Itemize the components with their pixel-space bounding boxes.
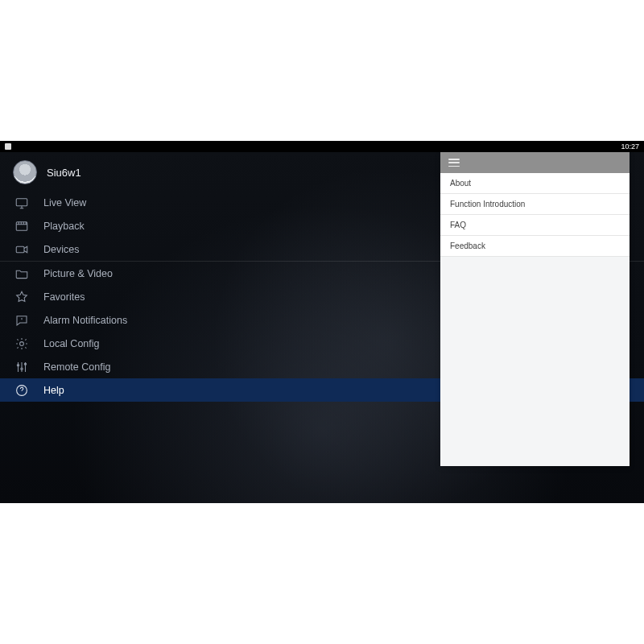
sidebar-item-label: Alarm Notifications: [43, 315, 127, 326]
avatar: [13, 160, 37, 184]
help-panel-header[interactable]: [440, 152, 630, 173]
sidebar-item-label: Picture & Video: [43, 268, 113, 279]
svg-rect-0: [16, 198, 27, 205]
help-item-label: About: [450, 179, 471, 188]
help-panel-empty-area: [440, 257, 630, 466]
sidebar-item-label: Playback: [43, 221, 85, 232]
sidebar-item-label: Help: [43, 385, 64, 396]
svg-rect-2: [16, 246, 24, 253]
film-icon: [14, 219, 29, 233]
sidebar-item-label: Devices: [43, 244, 79, 255]
help-panel-list: About Function Introduction FAQ Feedback: [440, 173, 630, 257]
sidebar-item-label: Local Config: [43, 338, 100, 349]
star-icon: [14, 290, 29, 304]
status-bar: 10:27: [0, 141, 644, 152]
status-time: 10:27: [621, 142, 639, 151]
help-item-label: Function Introduction: [450, 200, 525, 208]
chat-alert-icon: [14, 313, 29, 328]
app-window: 10:27 Siu6w1 Live View Playback: [0, 141, 644, 503]
help-item-feedback[interactable]: Feedback: [440, 236, 630, 257]
sliders-icon: [14, 360, 29, 374]
app-indicator-icon: [5, 143, 11, 150]
sidebar-item-label: Favorites: [43, 291, 85, 303]
camera-icon: [14, 242, 29, 257]
menu-icon: [448, 159, 460, 167]
help-item-faq[interactable]: FAQ: [440, 215, 630, 236]
gear-icon: [14, 336, 29, 351]
help-item-label: Feedback: [450, 242, 485, 250]
help-item-about[interactable]: About: [440, 173, 630, 194]
help-panel: About Function Introduction FAQ Feedback: [440, 152, 630, 466]
svg-point-3: [20, 341, 24, 345]
sidebar-item-label: Live View: [43, 197, 86, 208]
help-item-label: FAQ: [450, 221, 466, 229]
monitor-icon: [14, 196, 29, 210]
folder-icon: [14, 266, 29, 281]
username: Siu6w1: [47, 167, 81, 179]
sidebar-item-label: Remote Config: [43, 361, 110, 373]
help-item-function-introduction[interactable]: Function Introduction: [440, 194, 630, 215]
help-icon: [14, 383, 29, 398]
